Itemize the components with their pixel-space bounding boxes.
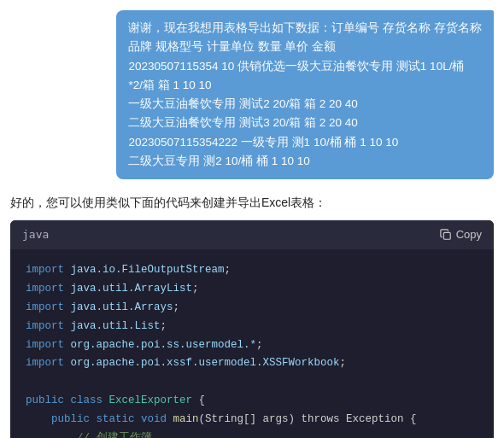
code-block-header: java Copy	[10, 220, 494, 249]
code-body: import java.io.FileOutputStream; import …	[10, 249, 494, 438]
code-line-8: public class ExcelExporter {	[26, 394, 205, 406]
code-block: java Copy import java.io.FileOutputStrea…	[10, 220, 494, 438]
user-text-line8: 二级大豆专用 测2 10/桶 桶 1 10 10	[128, 155, 309, 167]
code-line-4: import java.util.List;	[26, 320, 167, 332]
copy-icon	[440, 229, 452, 241]
code-line-5: import org.apache.poi.ss.usermodel.*;	[26, 339, 263, 351]
code-line-1: import java.io.FileOutputStream;	[26, 264, 231, 276]
code-line-2: import java.util.ArrayList;	[26, 283, 199, 295]
code-line-10: // 创建工作簿	[26, 432, 152, 438]
user-text-line7: 20230507115354222 一级专用 测1 10/桶 桶 1 10 10	[128, 136, 398, 149]
user-text-line2: 品牌 规格型号 计量单位 数量 单价 金额	[128, 40, 336, 53]
code-line-6: import org.apache.poi.xssf.usermodel.XSS…	[26, 357, 346, 369]
user-bubble: 谢谢，现在我想用表格导出如下数据：订单编号 存货名称 存货名称 品牌 规格型号 …	[116, 10, 494, 179]
code-language-label: java	[22, 225, 49, 244]
user-text-line1: 谢谢，现在我想用表格导出如下数据：订单编号 存货名称 存货名称	[128, 21, 482, 34]
assistant-message: 好的，您可以使用类似下面的代码来创建并导出Excel表格： java Copy …	[0, 186, 504, 438]
svg-rect-0	[443, 232, 450, 239]
user-text-line5: 一级大豆油餐饮专用 测试2 20/箱 箱 2 20 40	[128, 97, 357, 110]
copy-button[interactable]: Copy	[440, 228, 482, 241]
user-text-line6: 二级大豆油餐饮专用 测试3 20/箱 箱 2 20 40	[128, 116, 357, 129]
user-text-line4: *2/箱 箱 1 10 10	[128, 79, 211, 91]
assistant-intro-text: 好的，您可以使用类似下面的代码来创建并导出Excel表格：	[10, 193, 494, 213]
user-text-line3: 20230507115354 10 供销优选一级大豆油餐饮专用 测试1 10L/…	[128, 60, 464, 73]
copy-label: Copy	[456, 228, 482, 241]
code-line-9: public static void main(String[] args) t…	[26, 413, 417, 425]
code-line-3: import java.util.Arrays;	[26, 301, 179, 313]
chat-container: 谢谢，现在我想用表格导出如下数据：订单编号 存货名称 存货名称 品牌 规格型号 …	[0, 0, 504, 438]
user-message: 谢谢，现在我想用表格导出如下数据：订单编号 存货名称 存货名称 品牌 规格型号 …	[0, 0, 504, 186]
